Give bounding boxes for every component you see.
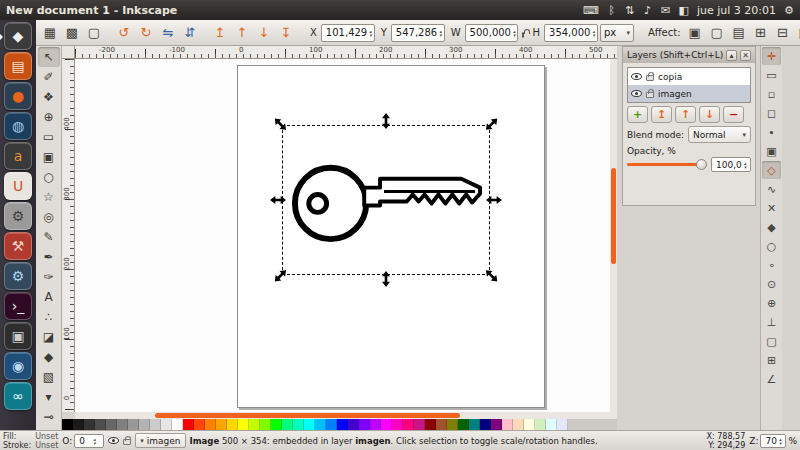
launcher-amazon[interactable]: a [4,142,32,170]
w-field[interactable]: 500,000▴▾ [465,24,519,42]
dropper-tool[interactable]: ▾ [38,387,60,407]
snap-bbox-edge-midpoint-button[interactable]: ∙ [762,123,781,141]
zoom-field[interactable]: 70▴▾ [760,434,786,448]
palette-swatch[interactable] [480,419,491,430]
session-gear-icon[interactable]: ⚙ [784,4,794,17]
palette-swatch[interactable] [205,419,216,430]
palette-swatch[interactable] [216,419,227,430]
spinner[interactable]: ▴▾ [369,29,372,37]
spray-tool[interactable]: ∴ [38,307,60,327]
palette-swatch[interactable] [557,419,568,430]
layers-panel-header[interactable]: Layers (Shift+Ctrl+L) ▴ ✕ [623,47,755,63]
bucket-fill-tool[interactable]: ◆ [38,347,60,367]
selection-handle-n[interactable] [382,113,390,129]
pen-tool[interactable]: ✒ [38,247,60,267]
object-opacity-field[interactable]: 0▴▾ [74,434,104,448]
snap-line-midpoint-button[interactable]: ∘ [762,256,781,274]
affect-corners-icon[interactable]: ▢ [707,23,727,43]
palette-swatch[interactable] [271,419,282,430]
eraser-tool[interactable]: ◪ [38,327,60,347]
flip-vertical-icon[interactable]: ⇵ [180,23,200,43]
launcher-firefox[interactable]: ● [4,82,32,110]
layer-lock-toggle-icon[interactable] [123,439,131,445]
palette-swatch[interactable] [403,419,414,430]
raise-layer-button[interactable]: ↑ [675,106,696,123]
palette-swatch[interactable] [238,419,249,430]
palette-swatch[interactable] [414,419,425,430]
spinner[interactable]: ▴▾ [779,437,782,445]
palette-swatch[interactable] [425,419,436,430]
y-field[interactable]: 547,286▴▾ [391,24,445,42]
blend-mode-dropdown[interactable]: Normal ▾ [688,126,751,143]
new-layer-button[interactable]: + [627,106,648,123]
palette-swatch[interactable] [117,419,128,430]
palette-swatch[interactable] [183,419,194,430]
palette-swatch[interactable] [392,419,403,430]
palette-swatch[interactable] [513,419,524,430]
launcher-app-blue[interactable]: ◉ [4,352,32,380]
palette-swatch[interactable] [370,419,381,430]
layer-lock-icon[interactable] [646,75,654,81]
spinner[interactable]: ▴▾ [439,29,442,37]
select-all-layers-icon[interactable]: ▩ [62,23,82,43]
x-field[interactable]: 101,429▴▾ [321,24,375,42]
opacity-slider-knob[interactable] [696,159,707,170]
box3d-tool[interactable]: ▣ [38,147,60,167]
snap-bbox-corner-button[interactable]: ◻ [762,104,781,122]
selection-handle-s[interactable] [382,271,390,287]
palette-swatch[interactable] [293,419,304,430]
palette-swatch[interactable] [469,419,480,430]
calligraphy-tool[interactable]: ✑ [38,267,60,287]
palette-swatch[interactable] [139,419,150,430]
launcher-files[interactable]: ▤ [4,52,32,80]
network-icon[interactable]: ⇅ [625,4,635,17]
bbox-geometric-icon[interactable]: ⊞ [751,23,771,43]
palette-swatch[interactable] [128,419,139,430]
launcher-tools[interactable]: ⚒ [4,232,32,260]
layer-visibility-icon[interactable] [631,73,642,80]
flip-horizontal-icon[interactable]: ⇋ [158,23,178,43]
palette-swatch[interactable] [282,419,293,430]
raise-layer-to-top-button[interactable]: ↥ [651,106,672,123]
palette-swatch[interactable] [436,419,447,430]
launcher-terminal[interactable]: ›_ [4,292,32,320]
close-icon[interactable]: ✕ [740,50,751,61]
selection-handle-w[interactable] [270,196,286,204]
vertical-scrollbar-thumb[interactable] [611,168,616,264]
launcher-inkscape[interactable]: ◆ [4,22,32,50]
launcher-software-center[interactable]: U [4,172,32,200]
collapse-icon[interactable]: ▴ [726,50,737,61]
opacity-field[interactable]: 100,0▴▾ [711,157,751,172]
palette-swatch[interactable] [524,419,535,430]
palette-swatch[interactable] [150,419,161,430]
launcher-system-settings[interactable]: ⚙ [4,202,32,230]
palette-swatch[interactable] [172,419,183,430]
palette-swatch[interactable] [304,419,315,430]
snap-smooth-node-button[interactable]: ○ [762,237,781,255]
snap-page-border-button[interactable]: ▢ [762,332,781,350]
lower-icon[interactable]: ↓ [254,23,274,43]
palette-swatch[interactable] [73,419,84,430]
messages-icon[interactable]: ✉ [661,4,671,17]
palette-swatch[interactable] [502,419,513,430]
h-field[interactable]: 354,000▴▾ [544,24,598,42]
palette-swatch[interactable] [381,419,392,430]
palette-swatch[interactable] [447,419,458,430]
clock[interactable]: jue jul 3 20:01 [697,4,776,17]
lower-layer-button[interactable]: ↓ [699,106,720,123]
palette-swatch[interactable] [227,419,238,430]
palette-swatch[interactable] [84,419,95,430]
opacity-slider[interactable] [627,158,707,171]
lock-ratio-icon[interactable] [522,32,524,38]
launcher-arduino[interactable]: ∞ [4,382,32,410]
palette-swatch[interactable] [249,419,260,430]
palette-swatch[interactable] [106,419,117,430]
palette-swatch[interactable] [348,419,359,430]
deselect-icon[interactable]: ▢ [84,23,104,43]
horizontal-scrollbar[interactable] [75,412,617,419]
bbox-visual-icon[interactable]: ⊟ [773,23,793,43]
zoom-tool[interactable]: ⊕ [38,107,60,127]
spinner[interactable]: ▴▾ [93,437,96,445]
text-tool[interactable]: A [38,287,60,307]
launcher-browser[interactable]: ◍ [4,112,32,140]
